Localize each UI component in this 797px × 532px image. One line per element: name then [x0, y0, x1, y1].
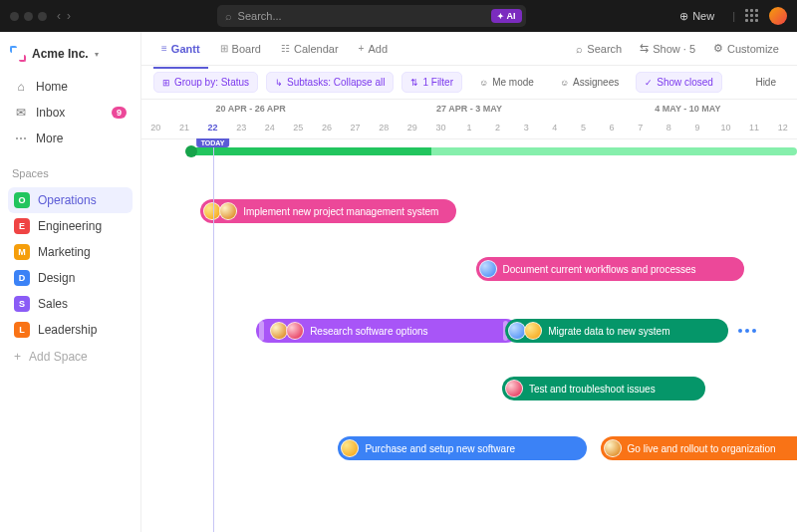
nav-home[interactable]: ⌂Home — [8, 74, 133, 100]
project-summary-bar[interactable] — [187, 147, 797, 155]
space-icon: M — [14, 244, 30, 260]
today-label: TODAY — [196, 138, 230, 147]
add-icon: + — [359, 43, 365, 54]
assignee-avatar[interactable] — [219, 202, 237, 220]
inbox-icon: ✉ — [14, 106, 28, 120]
add-space-button[interactable]: + Add Space — [8, 345, 133, 369]
task-label: Migrate data to new system — [548, 326, 669, 337]
workspace-name: Acme Inc. — [32, 47, 89, 61]
filter-5[interactable]: ✓Show closed — [636, 72, 722, 93]
nav-more[interactable]: ⋯More — [8, 126, 133, 151]
filter-6[interactable]: Hide — [746, 72, 785, 93]
filter-icon: ⇅ — [410, 78, 418, 88]
day-8: 8 — [655, 120, 683, 138]
assignee-avatar[interactable] — [505, 380, 523, 398]
day-10: 10 — [711, 120, 740, 138]
day-9: 9 — [683, 120, 712, 138]
day-30: 30 — [426, 120, 455, 138]
today-line — [213, 139, 214, 532]
day-4: 4 — [541, 120, 570, 138]
space-marketing[interactable]: MMarketing — [8, 239, 133, 265]
apps-icon[interactable] — [745, 9, 759, 23]
customize-button[interactable]: ⚙Customize — [707, 38, 785, 59]
space-icon: O — [14, 192, 30, 208]
search-icon: ⌕ — [225, 10, 232, 22]
day-21: 21 — [170, 120, 199, 138]
filter-3[interactable]: ☺Me mode — [470, 72, 543, 93]
filter-0[interactable]: ⊞Group by: Status — [153, 72, 258, 93]
assignee-avatar[interactable] — [341, 439, 359, 457]
nav-inbox[interactable]: ✉Inbox9 — [8, 100, 133, 126]
nav-label: More — [36, 132, 63, 145]
task-bar[interactable]: Implement new project management system — [200, 199, 456, 223]
assignee-avatar[interactable] — [286, 322, 304, 340]
sidebar: Acme Inc. ▾ ⌂Home✉Inbox9⋯More Spaces OOp… — [0, 32, 141, 532]
week-label: 4 MAY - 10 MAY — [579, 100, 797, 120]
space-label: Marketing — [38, 245, 91, 259]
space-leadership[interactable]: LLeadership — [8, 317, 133, 343]
filter-label: Me mode — [492, 77, 534, 88]
filter-2[interactable]: ⇅1 Filter — [401, 72, 462, 93]
gantt-icon: ≡ — [161, 43, 167, 54]
day-12: 12 — [768, 120, 797, 138]
view-label: Gantt — [171, 43, 200, 55]
gantt-area[interactable]: 20 APR - 26 APR27 APR - 3 MAY4 MAY - 10 … — [141, 100, 797, 532]
ai-badge[interactable]: ✦ AI — [491, 9, 521, 23]
search-icon: ⌕ — [576, 43, 583, 55]
view-tab-calendar[interactable]: ☷Calendar — [273, 37, 347, 61]
view-tab-gantt[interactable]: ≡Gantt — [153, 37, 208, 61]
window-controls[interactable] — [10, 12, 47, 21]
global-search[interactable]: ⌕ Search... ✦ AI — [217, 5, 526, 27]
week-header: 20 APR - 26 APR27 APR - 3 MAY4 MAY - 10 … — [141, 100, 797, 120]
space-icon: D — [14, 270, 30, 286]
task-bar[interactable]: Go live and rollout to organization — [601, 436, 797, 460]
space-icon: S — [14, 296, 30, 312]
view-tab-board[interactable]: ⊞Board — [212, 37, 269, 61]
space-label: Engineering — [38, 219, 102, 233]
plus-icon: + — [14, 350, 21, 364]
day-20: 20 — [141, 120, 170, 138]
space-engineering[interactable]: EEngineering — [8, 213, 133, 239]
show-button[interactable]: ⇆Show · 5 — [634, 38, 701, 59]
task-bar[interactable]: Document current workflows and processes — [476, 257, 745, 281]
task-bar[interactable]: Migrate data to new system — [505, 319, 728, 343]
filter-1[interactable]: ↳Subtasks: Collapse all — [266, 72, 394, 93]
task-bar[interactable]: Research software options — [256, 319, 518, 343]
space-operations[interactable]: OOperations — [8, 187, 133, 213]
task-bar[interactable]: Test and troubleshoot issues — [502, 377, 705, 400]
gear-icon: ⚙ — [713, 42, 723, 55]
search-button[interactable]: ⌕Search — [570, 38, 628, 59]
home-icon: ⌂ — [14, 80, 28, 94]
filter-icon: ⊞ — [162, 78, 170, 88]
filter-4[interactable]: ☺Assignees — [551, 72, 628, 93]
day-11: 11 — [740, 120, 769, 138]
view-tabs: ≡Gantt⊞Board☷Calendar+Add ⌕Search ⇆Show … — [141, 32, 797, 66]
task-label: Document current workflows and processes — [503, 264, 696, 275]
view-label: Add — [368, 43, 388, 55]
filter-icon: ☺ — [560, 78, 569, 88]
space-sales[interactable]: SSales — [8, 291, 133, 317]
assignee-avatar[interactable] — [479, 260, 497, 278]
main-panel: ≡Gantt⊞Board☷Calendar+Add ⌕Search ⇆Show … — [141, 32, 797, 532]
assignee-avatar[interactable] — [524, 322, 542, 340]
filter-label: Subtasks: Collapse all — [287, 77, 385, 88]
day-6: 6 — [598, 120, 627, 138]
new-button[interactable]: ⊕New — [671, 7, 722, 26]
day-5: 5 — [569, 120, 598, 138]
user-avatar[interactable] — [769, 7, 787, 25]
space-design[interactable]: DDesign — [8, 265, 133, 291]
day-3: 3 — [512, 120, 541, 138]
view-tab-add[interactable]: +Add — [351, 37, 396, 61]
task-bar[interactable]: Purchase and setup new software — [338, 436, 587, 460]
resize-handle-left[interactable] — [259, 321, 264, 341]
plus-icon: ⊕ — [679, 10, 688, 23]
gantt-body[interactable]: Implement new project management systemD… — [141, 139, 797, 532]
nav-arrows[interactable]: ‹› — [57, 9, 71, 23]
assignee-avatar[interactable] — [604, 439, 622, 457]
nav-label: Home — [36, 80, 68, 94]
week-label: 27 APR - 3 MAY — [360, 100, 578, 120]
workspace-switcher[interactable]: Acme Inc. ▾ — [8, 42, 133, 72]
more-icon: ⋯ — [14, 132, 28, 145]
inbox-badge: 9 — [112, 107, 127, 119]
board-icon: ⊞ — [220, 43, 228, 54]
